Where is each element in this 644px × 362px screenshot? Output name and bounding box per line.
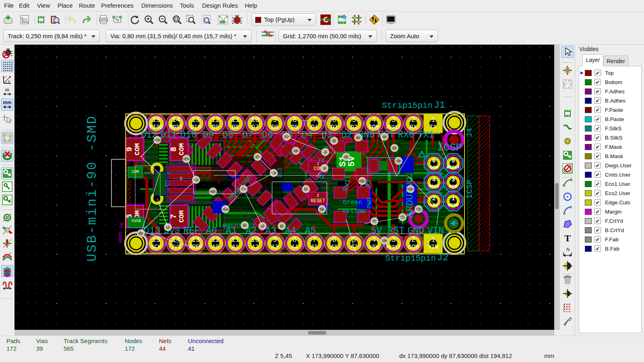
svg-text:10: 10 bbox=[251, 236, 259, 244]
svg-text:VIN: VIN bbox=[428, 244, 438, 250]
svg-text:9: 9 bbox=[125, 147, 134, 152]
svg-text:D8: D8 bbox=[223, 130, 234, 140]
svg-text:J4: J4 bbox=[465, 128, 474, 138]
svg-text:8: 8 bbox=[293, 116, 297, 124]
svg-text:MISO: MISO bbox=[407, 188, 414, 191]
svg-text:2: 2 bbox=[317, 193, 320, 198]
svg-text:2: 2 bbox=[432, 195, 436, 202]
svg-text:D9: D9 bbox=[212, 124, 219, 130]
svg-text:3: 3 bbox=[392, 116, 396, 124]
svg-text:14: 14 bbox=[172, 236, 180, 244]
svg-text:1: 1 bbox=[451, 195, 455, 202]
svg-text:+5V: +5V bbox=[369, 244, 379, 250]
svg-text:13: 13 bbox=[192, 116, 200, 124]
svg-text:7: 7 bbox=[312, 116, 317, 124]
svg-text:D11: D11 bbox=[160, 130, 177, 140]
svg-text:5: 5 bbox=[451, 158, 455, 165]
svg-text:RX: RX bbox=[410, 124, 417, 130]
svg-text:COM: COM bbox=[396, 160, 401, 163]
svg-text:A4: A4 bbox=[291, 244, 298, 250]
svg-text:2: 2 bbox=[411, 236, 416, 244]
svg-text:N: N bbox=[566, 247, 570, 252]
svg-text:D4: D4 bbox=[311, 124, 318, 130]
svg-text:SCK: SCK bbox=[449, 184, 457, 189]
svg-text:6: 6 bbox=[332, 236, 336, 244]
svg-text:D7: D7 bbox=[252, 124, 258, 130]
svg-text:J1: J1 bbox=[434, 100, 446, 111]
svg-text:COM: COM bbox=[430, 165, 438, 170]
svg-text:A3: A3 bbox=[265, 226, 277, 236]
svg-text:mm: mm bbox=[3, 100, 11, 105]
svg-text:3: 3 bbox=[451, 177, 455, 183]
svg-text:Green: Green bbox=[343, 199, 362, 206]
svg-text:COM: COM bbox=[382, 239, 387, 243]
svg-text:>_: >_ bbox=[388, 17, 392, 20]
svg-text:5: 5 bbox=[352, 116, 356, 124]
svg-text:VUSB: VUSB bbox=[222, 208, 229, 211]
svg-text:TX: TX bbox=[430, 124, 437, 130]
svg-text:COM: COM bbox=[369, 124, 379, 130]
svg-text:RST: RST bbox=[388, 226, 404, 236]
svg-text:C2: C2 bbox=[379, 165, 384, 170]
svg-text:MOSI: MOSI bbox=[429, 184, 439, 189]
svg-text:MISO: MISO bbox=[359, 180, 366, 183]
svg-text:TX1: TX1 bbox=[417, 130, 434, 140]
svg-text:7: 7 bbox=[169, 214, 178, 219]
svg-text:A4: A4 bbox=[285, 226, 296, 236]
svg-text:12: 12 bbox=[211, 236, 220, 244]
svg-text:AREF: AREF bbox=[189, 244, 202, 250]
svg-text:VUSB: VUSB bbox=[154, 139, 161, 142]
svg-text:COM: COM bbox=[134, 143, 141, 156]
svg-text:8: 8 bbox=[293, 236, 297, 244]
svg-text:0805: 0805 bbox=[118, 232, 124, 243]
svg-text:3V3: 3V3 bbox=[171, 244, 181, 250]
svg-text:ARDUINO.CC: ARDUINO.CC bbox=[222, 223, 256, 229]
svg-text:4: 4 bbox=[432, 177, 436, 183]
svg-text:1: 1 bbox=[431, 116, 436, 124]
svg-text:CO: CO bbox=[261, 225, 264, 228]
svg-text:8: 8 bbox=[169, 147, 178, 152]
svg-text:4: 4 bbox=[372, 236, 376, 244]
svg-text:13: 13 bbox=[192, 236, 200, 244]
svg-text:in: in bbox=[5, 87, 9, 92]
svg-text:φ: φ bbox=[8, 79, 10, 83]
svg-text:9: 9 bbox=[273, 236, 277, 244]
svg-text:ARDUINO: ARDUINO bbox=[405, 177, 415, 218]
svg-text:11: 11 bbox=[231, 116, 239, 124]
svg-text:A2: A2 bbox=[252, 244, 258, 250]
svg-text:2: 2 bbox=[411, 116, 416, 124]
svg-text:ICSP: ICSP bbox=[465, 179, 474, 199]
svg-text:15: 15 bbox=[152, 116, 160, 124]
svg-text:D7: D7 bbox=[242, 130, 254, 140]
svg-text:A7: A7 bbox=[280, 225, 283, 228]
svg-text:D2: D2 bbox=[341, 130, 353, 140]
svg-text:COM: COM bbox=[293, 150, 299, 153]
svg-text:COM: COM bbox=[178, 143, 186, 156]
svg-text:RX: RX bbox=[318, 174, 325, 180]
svg-text:Yellow: Yellow bbox=[342, 208, 365, 215]
svg-text:COM: COM bbox=[178, 210, 186, 223]
svg-text:D8: D8 bbox=[232, 124, 239, 130]
svg-text:+: + bbox=[439, 170, 444, 179]
svg-text:A1: A1 bbox=[232, 244, 239, 250]
svg-text:7: 7 bbox=[312, 236, 317, 244]
svg-text:USB-mini-90 -SMD: USB-mini-90 -SMD bbox=[85, 115, 100, 262]
svg-text:A7: A7 bbox=[304, 188, 308, 191]
svg-text:A5: A5 bbox=[305, 226, 316, 236]
svg-text:6: 6 bbox=[432, 158, 436, 165]
svg-text:IC3: IC3 bbox=[277, 168, 283, 178]
svg-text:A0: A0 bbox=[206, 226, 217, 236]
svg-text:REF: REF bbox=[184, 226, 200, 236]
svg-text:A6: A6 bbox=[331, 244, 338, 250]
svg-text:GND: GND bbox=[408, 226, 424, 236]
svg-text:CO: CO bbox=[332, 140, 336, 143]
svg-text:RST: RST bbox=[138, 232, 144, 235]
svg-text:11: 11 bbox=[231, 236, 239, 244]
svg-text:10: 10 bbox=[251, 116, 259, 124]
svg-text:VIN: VIN bbox=[427, 226, 444, 236]
svg-text:COM: COM bbox=[271, 172, 277, 175]
svg-text:A5: A5 bbox=[311, 244, 318, 250]
svg-text:D10: D10 bbox=[180, 130, 197, 140]
svg-text:D5: D5 bbox=[291, 124, 298, 130]
svg-text:SCK: SCK bbox=[392, 147, 397, 150]
